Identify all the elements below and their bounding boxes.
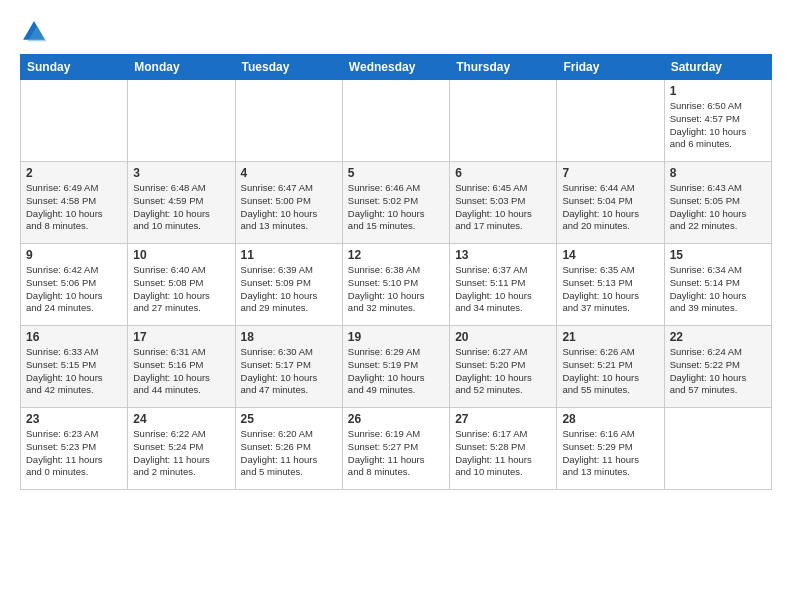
- day-number: 7: [562, 166, 658, 180]
- day-info: Sunrise: 6:40 AM Sunset: 5:08 PM Dayligh…: [133, 264, 229, 315]
- day-number: 15: [670, 248, 766, 262]
- day-info: Sunrise: 6:44 AM Sunset: 5:04 PM Dayligh…: [562, 182, 658, 233]
- day-info: Sunrise: 6:29 AM Sunset: 5:19 PM Dayligh…: [348, 346, 444, 397]
- day-number: 27: [455, 412, 551, 426]
- day-info: Sunrise: 6:38 AM Sunset: 5:10 PM Dayligh…: [348, 264, 444, 315]
- week-row-2: 2Sunrise: 6:49 AM Sunset: 4:58 PM Daylig…: [21, 162, 772, 244]
- calendar-cell: 20Sunrise: 6:27 AM Sunset: 5:20 PM Dayli…: [450, 326, 557, 408]
- calendar-cell: 17Sunrise: 6:31 AM Sunset: 5:16 PM Dayli…: [128, 326, 235, 408]
- calendar-cell: 23Sunrise: 6:23 AM Sunset: 5:23 PM Dayli…: [21, 408, 128, 490]
- day-number: 2: [26, 166, 122, 180]
- day-number: 25: [241, 412, 337, 426]
- day-info: Sunrise: 6:35 AM Sunset: 5:13 PM Dayligh…: [562, 264, 658, 315]
- column-header-tuesday: Tuesday: [235, 55, 342, 80]
- day-number: 21: [562, 330, 658, 344]
- day-info: Sunrise: 6:24 AM Sunset: 5:22 PM Dayligh…: [670, 346, 766, 397]
- day-info: Sunrise: 6:20 AM Sunset: 5:26 PM Dayligh…: [241, 428, 337, 479]
- header: [20, 18, 772, 46]
- day-info: Sunrise: 6:37 AM Sunset: 5:11 PM Dayligh…: [455, 264, 551, 315]
- column-header-friday: Friday: [557, 55, 664, 80]
- day-number: 5: [348, 166, 444, 180]
- day-info: Sunrise: 6:30 AM Sunset: 5:17 PM Dayligh…: [241, 346, 337, 397]
- calendar-cell: 16Sunrise: 6:33 AM Sunset: 5:15 PM Dayli…: [21, 326, 128, 408]
- calendar-cell: [21, 80, 128, 162]
- calendar-cell: 8Sunrise: 6:43 AM Sunset: 5:05 PM Daylig…: [664, 162, 771, 244]
- day-number: 1: [670, 84, 766, 98]
- day-number: 19: [348, 330, 444, 344]
- day-info: Sunrise: 6:33 AM Sunset: 5:15 PM Dayligh…: [26, 346, 122, 397]
- day-info: Sunrise: 6:49 AM Sunset: 4:58 PM Dayligh…: [26, 182, 122, 233]
- calendar-cell: 28Sunrise: 6:16 AM Sunset: 5:29 PM Dayli…: [557, 408, 664, 490]
- calendar-cell: [342, 80, 449, 162]
- day-info: Sunrise: 6:34 AM Sunset: 5:14 PM Dayligh…: [670, 264, 766, 315]
- day-number: 17: [133, 330, 229, 344]
- calendar-cell: 25Sunrise: 6:20 AM Sunset: 5:26 PM Dayli…: [235, 408, 342, 490]
- calendar-cell: 6Sunrise: 6:45 AM Sunset: 5:03 PM Daylig…: [450, 162, 557, 244]
- calendar-cell: 11Sunrise: 6:39 AM Sunset: 5:09 PM Dayli…: [235, 244, 342, 326]
- day-number: 22: [670, 330, 766, 344]
- day-info: Sunrise: 6:27 AM Sunset: 5:20 PM Dayligh…: [455, 346, 551, 397]
- day-info: Sunrise: 6:17 AM Sunset: 5:28 PM Dayligh…: [455, 428, 551, 479]
- day-info: Sunrise: 6:19 AM Sunset: 5:27 PM Dayligh…: [348, 428, 444, 479]
- day-info: Sunrise: 6:43 AM Sunset: 5:05 PM Dayligh…: [670, 182, 766, 233]
- week-row-1: 1Sunrise: 6:50 AM Sunset: 4:57 PM Daylig…: [21, 80, 772, 162]
- calendar-header-row: SundayMondayTuesdayWednesdayThursdayFrid…: [21, 55, 772, 80]
- calendar-cell: [128, 80, 235, 162]
- day-number: 16: [26, 330, 122, 344]
- logo-icon: [20, 18, 48, 46]
- week-row-5: 23Sunrise: 6:23 AM Sunset: 5:23 PM Dayli…: [21, 408, 772, 490]
- day-number: 4: [241, 166, 337, 180]
- day-number: 6: [455, 166, 551, 180]
- calendar-cell: 14Sunrise: 6:35 AM Sunset: 5:13 PM Dayli…: [557, 244, 664, 326]
- column-header-thursday: Thursday: [450, 55, 557, 80]
- calendar-cell: 27Sunrise: 6:17 AM Sunset: 5:28 PM Dayli…: [450, 408, 557, 490]
- calendar-cell: 26Sunrise: 6:19 AM Sunset: 5:27 PM Dayli…: [342, 408, 449, 490]
- week-row-3: 9Sunrise: 6:42 AM Sunset: 5:06 PM Daylig…: [21, 244, 772, 326]
- day-number: 24: [133, 412, 229, 426]
- day-info: Sunrise: 6:42 AM Sunset: 5:06 PM Dayligh…: [26, 264, 122, 315]
- week-row-4: 16Sunrise: 6:33 AM Sunset: 5:15 PM Dayli…: [21, 326, 772, 408]
- day-number: 26: [348, 412, 444, 426]
- day-info: Sunrise: 6:22 AM Sunset: 5:24 PM Dayligh…: [133, 428, 229, 479]
- calendar-cell: 5Sunrise: 6:46 AM Sunset: 5:02 PM Daylig…: [342, 162, 449, 244]
- day-number: 20: [455, 330, 551, 344]
- calendar-cell: 1Sunrise: 6:50 AM Sunset: 4:57 PM Daylig…: [664, 80, 771, 162]
- day-number: 3: [133, 166, 229, 180]
- day-number: 14: [562, 248, 658, 262]
- calendar-cell: [235, 80, 342, 162]
- day-number: 28: [562, 412, 658, 426]
- day-number: 18: [241, 330, 337, 344]
- day-number: 11: [241, 248, 337, 262]
- column-header-sunday: Sunday: [21, 55, 128, 80]
- calendar-cell: 9Sunrise: 6:42 AM Sunset: 5:06 PM Daylig…: [21, 244, 128, 326]
- calendar-cell: [450, 80, 557, 162]
- day-info: Sunrise: 6:45 AM Sunset: 5:03 PM Dayligh…: [455, 182, 551, 233]
- calendar-cell: 13Sunrise: 6:37 AM Sunset: 5:11 PM Dayli…: [450, 244, 557, 326]
- calendar-cell: 21Sunrise: 6:26 AM Sunset: 5:21 PM Dayli…: [557, 326, 664, 408]
- calendar-cell: 18Sunrise: 6:30 AM Sunset: 5:17 PM Dayli…: [235, 326, 342, 408]
- day-number: 9: [26, 248, 122, 262]
- calendar: SundayMondayTuesdayWednesdayThursdayFrid…: [20, 54, 772, 490]
- calendar-cell: 19Sunrise: 6:29 AM Sunset: 5:19 PM Dayli…: [342, 326, 449, 408]
- calendar-cell: 22Sunrise: 6:24 AM Sunset: 5:22 PM Dayli…: [664, 326, 771, 408]
- calendar-cell: 15Sunrise: 6:34 AM Sunset: 5:14 PM Dayli…: [664, 244, 771, 326]
- day-number: 13: [455, 248, 551, 262]
- calendar-cell: 7Sunrise: 6:44 AM Sunset: 5:04 PM Daylig…: [557, 162, 664, 244]
- calendar-cell: 10Sunrise: 6:40 AM Sunset: 5:08 PM Dayli…: [128, 244, 235, 326]
- day-info: Sunrise: 6:46 AM Sunset: 5:02 PM Dayligh…: [348, 182, 444, 233]
- column-header-saturday: Saturday: [664, 55, 771, 80]
- calendar-cell: 2Sunrise: 6:49 AM Sunset: 4:58 PM Daylig…: [21, 162, 128, 244]
- calendar-cell: 3Sunrise: 6:48 AM Sunset: 4:59 PM Daylig…: [128, 162, 235, 244]
- column-header-wednesday: Wednesday: [342, 55, 449, 80]
- day-info: Sunrise: 6:26 AM Sunset: 5:21 PM Dayligh…: [562, 346, 658, 397]
- day-info: Sunrise: 6:48 AM Sunset: 4:59 PM Dayligh…: [133, 182, 229, 233]
- day-number: 10: [133, 248, 229, 262]
- day-info: Sunrise: 6:31 AM Sunset: 5:16 PM Dayligh…: [133, 346, 229, 397]
- page: SundayMondayTuesdayWednesdayThursdayFrid…: [0, 0, 792, 612]
- day-info: Sunrise: 6:47 AM Sunset: 5:00 PM Dayligh…: [241, 182, 337, 233]
- column-header-monday: Monday: [128, 55, 235, 80]
- day-info: Sunrise: 6:16 AM Sunset: 5:29 PM Dayligh…: [562, 428, 658, 479]
- logo: [20, 18, 52, 46]
- day-number: 23: [26, 412, 122, 426]
- day-info: Sunrise: 6:50 AM Sunset: 4:57 PM Dayligh…: [670, 100, 766, 151]
